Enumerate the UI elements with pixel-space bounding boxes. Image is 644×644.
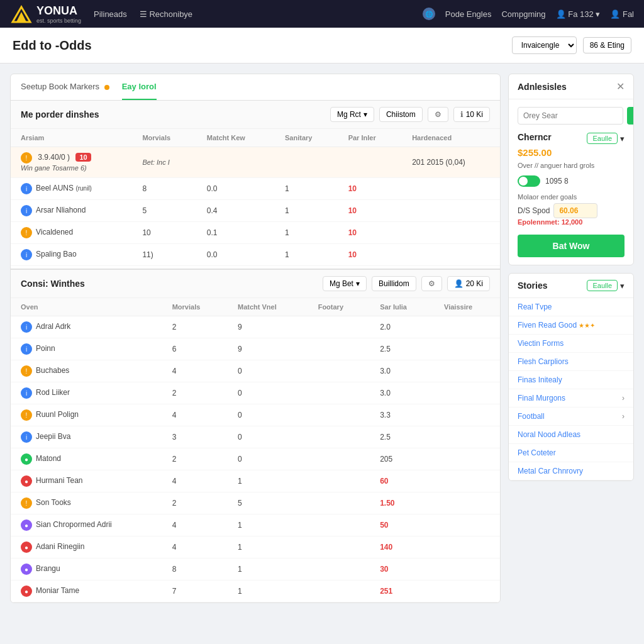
header-controls: Invaicengle 86 & Eting [512, 36, 631, 54]
section1-title: Me porder dinshes [21, 109, 99, 119]
story-item[interactable]: Noral Nood Adleas [509, 426, 633, 444]
header-select[interactable]: Invaicengle [512, 36, 577, 54]
bet-wow-button[interactable]: Bat Wow [518, 235, 625, 257]
nav-pilineads[interactable]: Pilineads [94, 9, 127, 19]
section-consi: Consi: Winthes Mg Bet ▾ Buillidom ⚙ 👤 20… [11, 269, 500, 602]
story-item[interactable]: Final Murgons › [509, 389, 633, 408]
left-panel: Seetup Book Markers Eay lorol Me porder … [10, 74, 501, 603]
nav-user1[interactable]: 👤 Fa 132 ▾ [556, 9, 601, 19]
story-item[interactable]: Pet Coteter [509, 444, 633, 462]
row-icon-warn: ! [21, 409, 32, 421]
col-sanitary: Sanitary [275, 129, 338, 147]
logo-sub: est. sports betting [36, 18, 81, 24]
col2-matcht-vnel: Matcht Vnel [228, 298, 308, 316]
section1-controls: Mg Rct ▾ Chiistom ⚙ ℹ 10 Ki [330, 107, 490, 122]
row-icon-info: i [21, 343, 32, 355]
row-icon-purple: ● [21, 564, 32, 575]
row-icon-warn: ! [21, 152, 32, 164]
main-layout: Seetup Book Markers Eay lorol Me porder … [0, 64, 644, 613]
header-action-btn[interactable]: 86 & Eting [583, 37, 631, 53]
row-icon-warn: ! [21, 365, 32, 377]
betslip-desc: Over // anguer hard grols [518, 162, 625, 169]
table-row: ●Matond 2 0 205 [11, 448, 500, 470]
col2-viaissire: Viaissire [434, 298, 500, 316]
page-title: Edd to -Odds [13, 38, 92, 53]
col-arsiam: Arsiam [11, 129, 132, 147]
tab-badge [104, 85, 109, 90]
story-link: Fiven Read Good ★★✦ [518, 321, 595, 330]
nav-user2[interactable]: 👤 Fal [610, 9, 634, 19]
story-item[interactable]: Viectin Forms [509, 335, 633, 353]
section1-ctrl2[interactable]: Chiistom [379, 107, 423, 122]
close-icon[interactable]: ✕ [616, 80, 625, 92]
table-row: !Son Tooks 2 5 1.50 [11, 492, 500, 514]
nav-pode-engles[interactable]: Pode Engles [445, 9, 492, 19]
table-row: iArsar Nliahond 50.41 10 [11, 200, 500, 222]
section-me-porder: Me porder dinshes Mg Rct ▾ Chiistom ⚙ ℹ … [11, 101, 500, 266]
story-link: Viectin Forms [518, 339, 564, 348]
badge-eaulle[interactable]: Eaulle [587, 133, 618, 144]
table-row: ●Adani Rinegiin 4 1 140 [11, 536, 500, 558]
row-icon-danger: ● [21, 541, 32, 553]
table-row-special: ! 3.9.40/0 ) 10 Win gane Tosarme 6) Bet:… [11, 147, 500, 178]
section1-ctrl3[interactable]: ℹ 10 Ki [453, 107, 490, 122]
row-icon-info: i [21, 183, 32, 194]
special-name: ! 3.9.40/0 ) 10 Win gane Tosarme 6) [11, 147, 132, 178]
nav-right: 🌐 Pode Engles Compgming 👤 Fa 132 ▾ 👤 Fal [423, 8, 634, 20]
section1-ctrl3-filter[interactable]: ⚙ [428, 107, 448, 122]
odds-input-label: D/S Spod [518, 206, 550, 215]
table-row: !Buchabes 4 0 3.0 [11, 360, 500, 382]
tab-seetup[interactable]: Seetup Book Markers [21, 74, 109, 100]
odds-input[interactable] [553, 203, 597, 218]
table-row: ●Brangu 8 1 30 [11, 558, 500, 580]
section2-controls: Mg Bet ▾ Buillidom ⚙ 👤 20 Ki [323, 276, 490, 291]
section2-ctrl2[interactable]: Buillidom [372, 276, 416, 291]
betslip-body: Sedup Cherncr Eaulle ▾ $255.00 Over // a… [509, 99, 633, 265]
betslip-badge: Eaulle ▾ [587, 133, 625, 144]
section1-ctrl1[interactable]: Mg Rct ▾ [330, 107, 374, 122]
row-icon-danger: ● [21, 475, 32, 487]
stories-header: Stories Eaulle ▾ [509, 274, 633, 298]
section2-ctrl1[interactable]: Mg Bet ▾ [323, 276, 367, 291]
col2-morvials: Morvials [162, 298, 228, 316]
col2-oven: Oven [11, 298, 162, 316]
betslip-card-header: Adnlesisles ✕ [509, 74, 633, 99]
story-item[interactable]: Real Tvpe [509, 298, 633, 316]
right-panel: Adnlesisles ✕ Sedup Cherncr Eaulle ▾ $25… [508, 74, 634, 481]
page-header: Edd to -Odds Invaicengle 86 & Eting [0, 28, 644, 64]
setup-btn[interactable]: Sedup [627, 107, 634, 125]
row-icon-warn: ! [21, 497, 32, 509]
table-row: iAdral Adrk 2 9 2.0 [11, 316, 500, 338]
toggle[interactable] [518, 175, 540, 187]
stories-badge[interactable]: Eaulle [587, 280, 618, 291]
table-row: iRod Liiker 2 0 3.0 [11, 382, 500, 404]
stories-title: Stories [518, 280, 547, 291]
story-item[interactable]: Finas Initealy [509, 371, 633, 389]
story-item[interactable]: Football › [509, 408, 633, 426]
table-row: !Vicaldened 100.11 10 [11, 222, 500, 244]
story-link: Football [518, 412, 545, 421]
special-bet: Bet: Inc I [132, 147, 196, 178]
row-icon-info: i [21, 387, 32, 399]
section2-ctrl3-filter[interactable]: ⚙ [421, 276, 442, 291]
nav-rechonibye[interactable]: ☰ Rechonibye [140, 9, 192, 19]
story-item[interactable]: Flesh Carpliors [509, 353, 633, 371]
story-arrow-icon: › [622, 412, 625, 421]
user-icon: 👤 [454, 279, 464, 288]
story-item[interactable]: Metal Car Chnrovry [509, 462, 633, 480]
betslip-card: Adnlesisles ✕ Sedup Cherncr Eaulle ▾ $25… [508, 74, 634, 265]
odds-row: Molaor ender goals D/S Spod Epolennmet: … [518, 193, 625, 226]
info-icon: ℹ [460, 110, 464, 119]
table-row: iBeel AUNS (runil) 80.01 10 [11, 178, 500, 200]
nav-compgming[interactable]: Compgming [501, 9, 545, 19]
odds-input-row: D/S Spod [518, 203, 625, 218]
logo[interactable]: YONUA est. sports betting [10, 4, 81, 24]
filter-icon2: ⚙ [428, 279, 435, 288]
story-item[interactable]: Fiven Read Good ★★✦ [509, 316, 633, 335]
row-icon-info: i [21, 321, 32, 333]
betslip-search-input[interactable] [518, 107, 623, 125]
betslip-search: Sedup [518, 107, 625, 125]
stories-list: Real Tvpe Fiven Read Good ★★✦ Viectin Fo… [509, 298, 633, 480]
section2-ctrl3[interactable]: 👤 20 Ki [447, 276, 490, 291]
tab-eay-lorol[interactable]: Eay lorol [122, 74, 157, 100]
